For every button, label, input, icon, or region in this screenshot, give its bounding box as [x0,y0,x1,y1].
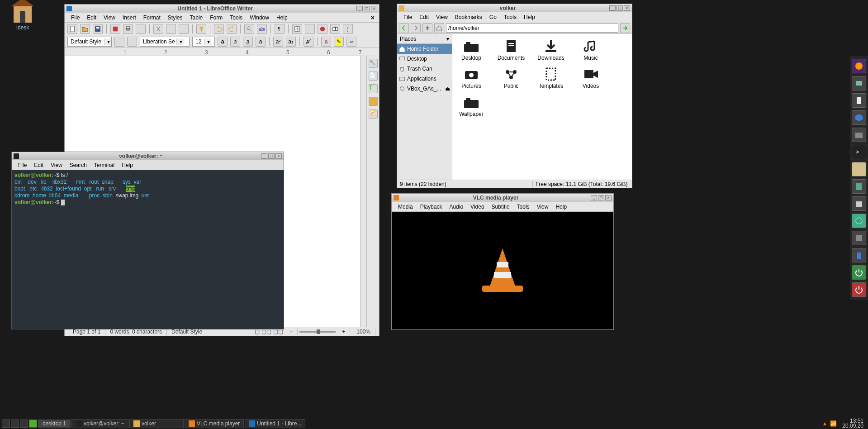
table-button[interactable] [292,24,302,34]
task-vlc[interactable]: VLC media player [185,419,244,428]
more-button[interactable]: ⋮ [343,24,353,34]
file-manager-launcher[interactable] [20,419,28,428]
subscript-button[interactable]: a₂ [286,37,296,47]
tray-network-icon[interactable]: 📶 [830,420,837,427]
folder-templates[interactable]: Templates [536,67,565,89]
menu-view[interactable]: View [432,13,451,21]
menu-file[interactable]: File [14,161,30,169]
back-button[interactable] [399,23,409,33]
task-file-manager[interactable]: volker [129,419,184,428]
clone-format-button[interactable] [196,24,206,34]
copy-button[interactable] [166,24,176,34]
spellcheck-button[interactable]: abc [257,24,267,34]
menu-search[interactable]: Search [66,161,90,169]
dock-screenshot[interactable] [852,76,866,91]
menu-insert[interactable]: Insert [119,14,140,22]
zoom-in-button[interactable]: + [337,329,350,335]
print-button[interactable] [123,24,133,34]
video-area[interactable] [392,212,613,329]
menu-tools[interactable]: Tools [226,14,246,22]
titlebar[interactable]: volker@volker: ~ _ □ × [12,152,284,160]
superscript-button[interactable]: a² [273,37,283,47]
highlight-button[interactable]: ✎ [334,37,344,47]
zoom-value[interactable]: 100% [352,329,375,335]
menu-view[interactable]: View [47,161,66,169]
font-size-combo[interactable]: 12▾ [192,37,215,47]
forward-button[interactable] [411,23,421,33]
up-button[interactable] [422,23,432,33]
maximize-button[interactable]: □ [617,5,623,11]
zoom-out-button[interactable]: − [285,329,298,335]
italic-button[interactable]: a [230,37,240,47]
document-close-icon[interactable]: × [369,14,376,21]
paste-button[interactable] [179,24,189,34]
task-terminal[interactable]: volker@volker: ~ [71,419,128,428]
start-menu-button[interactable] [2,419,10,428]
vertical-scrollbar[interactable] [360,56,366,327]
dock-terminal[interactable]: >_ [852,145,866,159]
terminal-body[interactable]: volker@volker:~$ ls / bin dev lib libx32… [12,170,284,329]
desktop-icon-idesk[interactable]: Idesk [9,5,36,31]
underline-button[interactable]: a [243,37,253,47]
dock-virtualbox[interactable] [852,110,866,125]
place-trash[interactable]: Trash Can [397,64,452,74]
close-button[interactable]: × [605,195,612,200]
page-icon[interactable]: 📄 [369,72,378,81]
menu-tools[interactable]: Tools [500,13,520,21]
strikethrough-button[interactable]: a [256,37,266,47]
bold-button[interactable]: a [218,37,228,47]
chart-button[interactable] [318,24,327,34]
dock-text-editor[interactable] [852,93,866,108]
cut-button[interactable] [153,24,163,34]
task-writer[interactable]: Untitled 1 - Libre... [245,419,305,428]
dock-logout[interactable] [852,265,866,280]
dock-tasks[interactable] [852,231,866,245]
eject-icon[interactable]: ⏏ [445,86,450,92]
paragraph-style-combo[interactable]: Default Style▾ [67,37,112,47]
image-button[interactable] [305,24,315,34]
export-pdf-button[interactable] [110,24,120,34]
menu-playback[interactable]: Playback [417,203,446,211]
menu-edit[interactable]: Edit [30,161,47,169]
update-style-button[interactable] [114,37,124,47]
menu-terminal[interactable]: Terminal [90,161,118,169]
folder-view[interactable]: Desktop Documents Downloads Music Pictur… [452,34,632,180]
formatting-marks-button[interactable]: ¶ [275,24,285,34]
menu-edit[interactable]: Edit [83,14,100,22]
close-button[interactable]: × [371,6,377,11]
styles-icon[interactable]: T [369,84,378,93]
minimize-button[interactable]: _ [356,6,363,11]
show-desktop-button[interactable] [11,419,19,428]
dock-shutdown[interactable] [852,282,866,297]
place-desktop[interactable]: Desktop [397,54,452,64]
titlebar[interactable]: Untitled 1 - LibreOffice Writer _ □ × [65,5,379,13]
menu-video[interactable]: Video [467,203,488,211]
menu-go[interactable]: Go [486,13,500,21]
menu-subtitle[interactable]: Subtitle [488,203,513,211]
menu-format[interactable]: Format [140,14,164,22]
tray-vlc-icon[interactable]: ▲ [822,420,827,427]
open-button[interactable] [80,24,90,34]
menu-file[interactable]: File [67,14,83,22]
find-button[interactable] [244,24,254,34]
place-applications[interactable]: Applications [397,74,452,84]
minimize-button[interactable]: _ [261,153,267,159]
menu-window[interactable]: Window [246,14,273,22]
minimize-button[interactable]: _ [591,195,597,200]
undo-button[interactable] [214,24,224,34]
folder-public[interactable]: Public [497,67,526,89]
menu-help[interactable]: Help [118,161,137,169]
new-style-button[interactable] [127,37,137,47]
workspace-indicator[interactable]: desktop 1 [38,419,71,428]
place-vbox[interactable]: VBox_GAs_...⏏ [397,84,452,94]
menu-help[interactable]: Help [520,13,539,21]
menu-styles[interactable]: Styles [164,14,186,22]
menu-view[interactable]: View [533,203,552,211]
minimize-button[interactable]: _ [609,5,616,11]
folder-documents[interactable]: Documents [497,38,526,61]
dock-archive[interactable] [852,196,866,211]
maximize-button[interactable]: □ [268,153,275,159]
places-header[interactable]: Places▾ [397,34,452,44]
clear-format-button[interactable]: A [304,37,313,47]
folder-downloads[interactable]: Downloads [536,38,565,61]
